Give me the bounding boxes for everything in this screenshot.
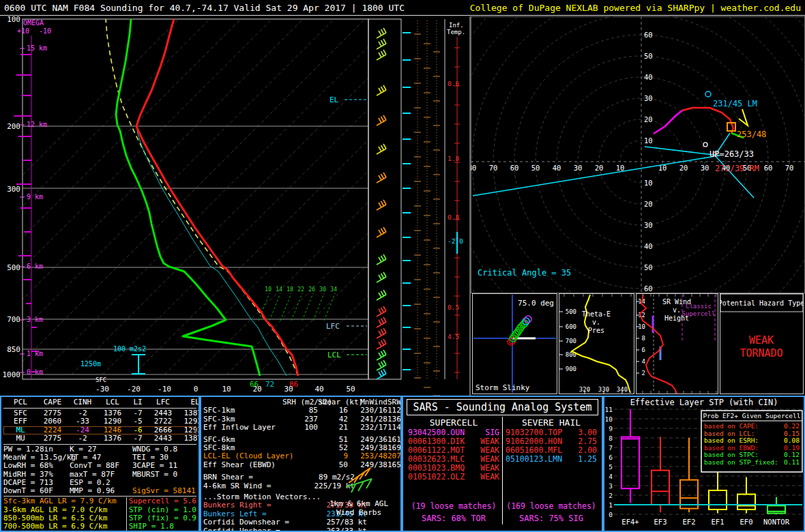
ring-label: 30 xyxy=(644,94,653,102)
parcel-table: PCLCAPECINHLCLLILFCEL SFC2775-21376-7244… xyxy=(3,398,196,443)
pressure-label: 200 xyxy=(7,122,20,131)
wind-barb xyxy=(377,200,386,210)
height-label: 12 km xyxy=(27,121,47,128)
bunkers-left-marker[interactable] xyxy=(705,91,711,97)
theta-e-title-3: Pres xyxy=(588,327,604,334)
stp-box xyxy=(621,437,639,489)
ring-label: 50 xyxy=(531,164,540,172)
parcel-row-mu[interactable]: MU2775-21376-7244313872 xyxy=(3,434,196,443)
lapse-rate-section: Sfc-3km AGL LR = 7.9 C/km 3-6km AGL LR =… xyxy=(3,497,196,531)
inset-row: 75.0 deg Storm Slinky 500600700800900320… xyxy=(471,293,805,394)
corfidi-downshear-row: Corfidi Downshear =257/83 kt xyxy=(203,518,398,527)
stp-legend-value: 0.12 xyxy=(784,451,800,458)
stp-legend-value: 0.11 xyxy=(784,458,800,466)
temp-axis-label: 20 xyxy=(252,385,261,394)
isotherm xyxy=(134,19,471,374)
stp-legend-label: based on STP_fixed: xyxy=(704,458,778,466)
mixing-ratio-label: 34 xyxy=(330,286,337,293)
inf-temp-value: 0.6 xyxy=(448,80,459,87)
stp-ytick: 7 xyxy=(609,444,613,452)
hodo-ring xyxy=(472,16,805,293)
temp-axis-label: 30 xyxy=(284,385,293,394)
wind-barb-column xyxy=(377,28,386,379)
wind-barb-column-border xyxy=(368,19,401,379)
pressure-label: 850 xyxy=(7,345,20,354)
stp-legend: Prob EF2+ Given Supercellbased on CAPE:0… xyxy=(701,411,802,472)
ring-label: 80 xyxy=(471,164,476,172)
classic-supercell-label-1: Classic xyxy=(686,303,712,310)
height-label: 9 km xyxy=(27,193,43,201)
kin-row-effinflow[interactable]: Eff Inflow Layer10021232/17114/28 xyxy=(203,424,398,432)
critical-angle-label: Critical Angle = 35 xyxy=(478,268,571,278)
isotherm xyxy=(258,19,471,374)
ring-label: 20 xyxy=(595,164,604,172)
temp-axis-label: 10 xyxy=(222,385,231,394)
temp-axis-label: -20 xyxy=(127,385,141,394)
parcel-row-eff[interactable]: EFF2060-331290-5272212936 xyxy=(3,417,196,426)
corfidi-up-marker[interactable] xyxy=(703,143,707,147)
cloud-layer-label: 253/48 xyxy=(737,130,766,139)
ring-label: 60 xyxy=(644,284,653,293)
title-bar: 0600 UTC NAM F084 Sounding for 40.7,-74.… xyxy=(0,0,805,16)
advection-strip xyxy=(402,20,440,396)
stp-legend-label: based on EBWD: xyxy=(704,444,759,452)
wind-barb xyxy=(377,317,386,327)
inflow-srh-label: 100 m2s2 xyxy=(113,345,146,353)
sars-match[interactable]: 05100123.LMN1.25 xyxy=(506,455,597,464)
bunkers-right-label: 271/39 RM xyxy=(715,164,759,173)
wind-barb xyxy=(377,254,386,265)
sfc-label: SFC xyxy=(96,376,106,383)
lfc-label: LFC xyxy=(326,322,340,331)
hodo-trace-upper xyxy=(654,110,682,134)
thermo-panel: PCLCAPECINHLCLLILFCEL SFC2775-21376-7244… xyxy=(0,396,200,532)
height-label: 6 km xyxy=(27,263,43,270)
sr-wind-curve xyxy=(640,295,677,394)
theta-e-panel: 500600700800900320330340 Theta-E v. Pres xyxy=(559,293,634,394)
stp-box xyxy=(737,494,755,509)
thermo-indices: PW = 1.28inMeanW = 13.5g/kgLowRH = 68%Mi… xyxy=(3,445,196,495)
credit-link[interactable]: College of DuPage NEXLAB powered via SHA… xyxy=(470,3,801,13)
lcl-label: LCL xyxy=(327,351,341,359)
sars-supercell-result: SARS: 68% TOR xyxy=(408,514,499,523)
height-label: 15 km xyxy=(27,44,47,52)
ring-label: 30 xyxy=(574,164,583,172)
stp-ytick: 5 xyxy=(609,463,613,471)
sr-height-label: 8 xyxy=(642,335,645,342)
mixing-ratio-label: 30 xyxy=(319,286,326,293)
stp-legend-value: 0.08 xyxy=(784,437,800,444)
mixing-ratio-line xyxy=(280,293,291,321)
ring-label: 10 xyxy=(644,136,653,145)
ring-label: 20 xyxy=(644,200,653,208)
stp-ytick: 1 xyxy=(609,501,613,509)
sr-height-label: 4 xyxy=(642,358,645,365)
ring-label: 10 xyxy=(616,164,625,172)
skewt-grid xyxy=(0,19,471,374)
inf-temp-value: 0.8 xyxy=(448,213,459,221)
sharppy-sounding-app: 0600 UTC NAM F084 Sounding for 40.7,-74.… xyxy=(0,0,805,532)
kin-row-lclel[interactable]: LCL-EL (Cloud Layer)9253/48207/17 xyxy=(203,452,398,460)
temp-axis-label: 0 xyxy=(194,385,199,394)
ring-label: 30 xyxy=(701,164,709,172)
wind-barb xyxy=(377,85,386,95)
sars-hail-header: SEVERE HAIL xyxy=(506,417,597,428)
kin-row-sfc1km[interactable]: SFC-1km8516230/16112/29 xyxy=(203,407,398,415)
stp-ytick: 11 xyxy=(605,406,613,413)
stp-ytick: 9 xyxy=(609,425,613,432)
temp-axis-label: 50 xyxy=(346,385,355,394)
ring-label: 30 xyxy=(644,221,653,229)
ring-label: 70 xyxy=(785,164,794,172)
inf-temp-value: 0.5 xyxy=(448,304,459,311)
stp-box xyxy=(767,505,785,513)
stp-ytick: 8 xyxy=(609,434,613,442)
sars-hail-column: SEVERE HAIL 91032700.TOP3.00 91062000.HO… xyxy=(503,417,600,524)
wind-barb xyxy=(377,28,386,38)
inf-temp-header-2: Temp. xyxy=(447,29,465,35)
sars-match[interactable]: 01051022.OLZWEAK xyxy=(408,473,499,482)
ring-label: 70 xyxy=(489,164,498,172)
pressure-label: 300 xyxy=(7,185,20,194)
stp-legend-label: based on CAPE: xyxy=(704,422,759,430)
parcel-trace-curve xyxy=(106,19,298,376)
inf-temp-value: 4.5 xyxy=(448,333,459,340)
sars-hail-loose-matches: (169 loose matches) xyxy=(506,501,597,511)
stp-legend-label: based on LCL: xyxy=(704,430,755,437)
